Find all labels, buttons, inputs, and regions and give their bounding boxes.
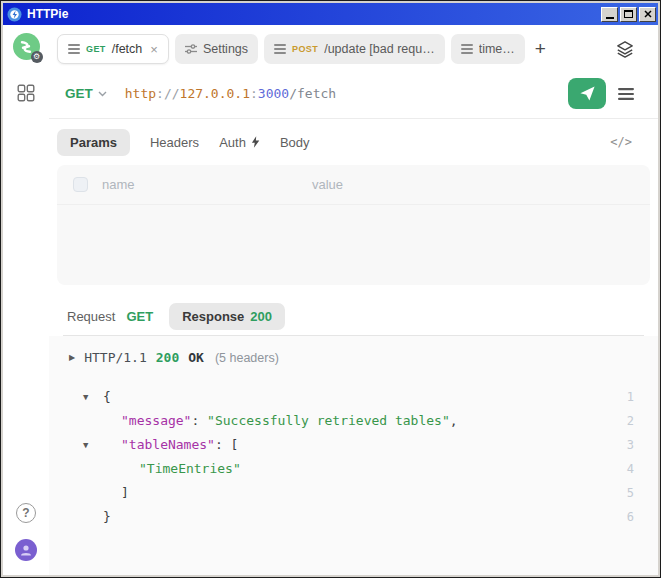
code-text: ] — [103, 481, 608, 505]
user-avatar[interactable] — [15, 539, 37, 561]
request-tab-label: Request — [67, 309, 115, 324]
fold-toggle-icon[interactable]: ▼ — [83, 385, 103, 409]
left-rail: ⚙ ? — [3, 25, 49, 575]
gear-badge-icon: ⚙ — [31, 51, 43, 63]
code-line: ▼"tableNames": [3 — [49, 433, 658, 457]
chevron-down-icon — [98, 91, 107, 97]
httpie-window-icon — [7, 7, 22, 22]
line-number: 4 — [608, 457, 634, 481]
window-title: HTTPie — [27, 7, 599, 21]
code-text: } — [103, 505, 608, 529]
tab-body[interactable]: Body — [280, 135, 310, 150]
response-status-line[interactable]: ▶ HTTP/1.1 200 OK (5 headers) — [49, 336, 658, 365]
help-button[interactable]: ? — [16, 503, 36, 523]
url-scheme-separator: :// — [156, 86, 179, 101]
person-icon — [19, 543, 33, 557]
code-view-toggle-icon[interactable]: </> — [610, 135, 632, 149]
response-panel: ▶ HTTP/1.1 200 OK (5 headers) ▼{1"messag… — [49, 336, 658, 575]
minimize-button[interactable] — [601, 7, 618, 22]
code-line: "TimeEntries"4 — [49, 457, 658, 481]
grid-nav-icon[interactable] — [17, 84, 35, 102]
tab-params[interactable]: Params — [57, 129, 130, 156]
app-window: HTTPie ⚙ ? GET — [0, 0, 661, 578]
url-port: 3000 — [258, 86, 289, 101]
response-status-badge: 200 — [250, 309, 272, 324]
tab-label: /fetch — [112, 42, 143, 56]
url-input[interactable]: http://127.0.0.1:3000/fetch — [125, 86, 568, 101]
tab-settings[interactable]: Settings — [175, 34, 258, 64]
fold-gutter — [83, 457, 103, 481]
code-text: { — [103, 385, 608, 409]
tab-label: /update [bad requ… — [324, 42, 435, 56]
layers-icon[interactable] — [616, 40, 634, 58]
url-scheme: http — [125, 86, 156, 101]
close-tab-icon[interactable]: × — [150, 42, 158, 57]
tab-bar: GET /fetch × Settings POST /update [bad … — [49, 25, 658, 69]
protocol-label: HTTP/1.1 — [84, 350, 147, 365]
param-value-input[interactable]: value — [312, 177, 343, 192]
close-button[interactable] — [639, 7, 656, 22]
lightning-icon — [251, 136, 260, 148]
url-bar: GET http://127.0.0.1:3000/fetch — [49, 69, 658, 119]
request-stack-icon — [68, 43, 80, 55]
auth-label: Auth — [219, 135, 246, 150]
maximize-button[interactable] — [620, 7, 637, 22]
tab-label: Settings — [203, 42, 248, 56]
main-panel: GET /fetch × Settings POST /update [bad … — [49, 25, 658, 575]
line-number: 6 — [608, 505, 634, 529]
url-host: 127.0.0.1 — [180, 86, 250, 101]
title-bar[interactable]: HTTPie — [3, 3, 658, 25]
tab-time[interactable]: time… — [451, 34, 525, 64]
param-checkbox[interactable] — [73, 177, 88, 192]
settings-sliders-icon — [185, 43, 197, 55]
method-label: GET — [65, 86, 93, 101]
param-row: name value — [57, 165, 650, 205]
tab-fetch[interactable]: GET /fetch × — [57, 34, 169, 64]
code-line: ]5 — [49, 481, 658, 505]
code-line: ▼{1 — [49, 385, 658, 409]
new-tab-button[interactable]: + — [531, 38, 550, 60]
send-button[interactable] — [568, 78, 606, 109]
tab-method-badge: GET — [86, 44, 106, 54]
method-selector[interactable]: GET — [59, 86, 113, 101]
paper-plane-icon — [579, 85, 596, 102]
fold-gutter — [83, 481, 103, 505]
tab-response[interactable]: Response 200 — [169, 303, 285, 330]
request-stack-icon — [461, 43, 473, 55]
tab-request[interactable]: Request GET — [67, 309, 153, 324]
app-body: ⚙ ? GET /fetch × Settings — [3, 25, 658, 575]
tab-label: time… — [479, 42, 515, 56]
headers-summary: (5 headers) — [215, 351, 279, 365]
line-number: 3 — [608, 433, 634, 457]
spacer — [49, 285, 658, 297]
response-tab-label: Response — [182, 309, 244, 324]
param-name-input[interactable]: name — [102, 177, 312, 192]
collapse-arrow-icon[interactable]: ▶ — [69, 353, 75, 362]
url-port-separator: : — [250, 86, 258, 101]
code-text: "tableNames": [ — [103, 433, 608, 457]
close-icon — [644, 10, 652, 18]
request-editor-tabs: Params Headers Auth Body </> — [49, 119, 658, 165]
tab-auth[interactable]: Auth — [219, 135, 260, 150]
url-path: /fetch — [289, 86, 336, 101]
tab-method-badge: POST — [292, 44, 318, 54]
fold-toggle-icon[interactable]: ▼ — [83, 433, 103, 457]
tab-headers[interactable]: Headers — [150, 135, 199, 150]
request-tab-method: GET — [126, 309, 153, 324]
minimize-icon — [606, 17, 614, 19]
code-line: }6 — [49, 505, 658, 529]
httpie-logo[interactable]: ⚙ — [13, 33, 40, 60]
fold-gutter — [83, 505, 103, 529]
params-editor: name value — [57, 165, 650, 285]
request-stack-icon — [274, 43, 286, 55]
status-reason: OK — [188, 350, 204, 365]
line-number: 2 — [608, 409, 634, 433]
request-queue-icon[interactable] — [618, 87, 634, 101]
code-text: "message": "Successfully retrieved table… — [103, 409, 608, 433]
status-code: 200 — [156, 350, 179, 365]
code-line: "message": "Successfully retrieved table… — [49, 409, 658, 433]
tab-update[interactable]: POST /update [bad requ… — [264, 34, 445, 64]
exchange-tabs: Request GET Response 200 — [49, 297, 658, 335]
line-number: 5 — [608, 481, 634, 505]
line-number: 1 — [608, 385, 634, 409]
